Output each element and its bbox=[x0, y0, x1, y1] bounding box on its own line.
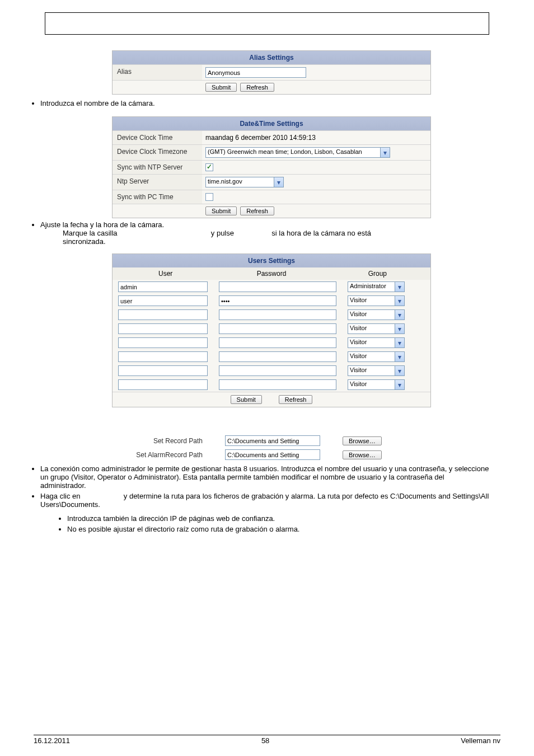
user-input[interactable] bbox=[118, 351, 208, 362]
user-input[interactable] bbox=[118, 281, 208, 292]
record-path-label: Set Record Path bbox=[96, 437, 203, 445]
user-row: Visitor▾ bbox=[113, 308, 430, 322]
datetime-settings-panel: Date&Time Settings Device Clock Time maa… bbox=[112, 116, 431, 218]
datetime-header: Date&Time Settings bbox=[113, 117, 430, 130]
chevron-down-icon: ▾ bbox=[395, 338, 404, 348]
group-select[interactable]: Visitor▾ bbox=[348, 351, 405, 362]
user-input[interactable] bbox=[118, 365, 208, 376]
footer-page: 58 bbox=[261, 736, 269, 745]
text-line: La conexión como administrador le permit… bbox=[40, 464, 489, 490]
user-input[interactable] bbox=[118, 379, 208, 390]
password-input[interactable] bbox=[219, 337, 336, 348]
timezone-label: Device Clock Timezone bbox=[113, 145, 202, 160]
group-select[interactable]: Visitor▾ bbox=[348, 379, 405, 390]
footer-company: Velleman nv bbox=[461, 736, 500, 745]
chevron-down-icon: ▾ bbox=[274, 177, 283, 187]
col-user: User bbox=[113, 267, 218, 280]
chevron-down-icon: ▾ bbox=[395, 352, 404, 361]
sync-ntp-label: Sync with NTP Server bbox=[113, 161, 202, 174]
chevron-down-icon: ▾ bbox=[395, 296, 404, 306]
group-select[interactable]: Visitor▾ bbox=[348, 365, 405, 376]
user-row: Visitor▾ bbox=[113, 350, 430, 364]
chevron-down-icon: ▾ bbox=[395, 366, 404, 375]
chevron-down-icon: ▾ bbox=[395, 310, 404, 320]
group-select[interactable]: Visitor▾ bbox=[348, 337, 405, 348]
password-input[interactable] bbox=[219, 379, 336, 390]
password-input[interactable] bbox=[219, 323, 336, 334]
user-input[interactable] bbox=[118, 295, 208, 306]
alarm-path-input[interactable] bbox=[225, 449, 320, 460]
ntp-server-select[interactable]: time.nist.gov ▾ bbox=[205, 177, 284, 187]
record-path-input[interactable] bbox=[225, 435, 320, 446]
sync-pc-checkbox[interactable] bbox=[205, 193, 213, 201]
password-input[interactable] bbox=[219, 295, 336, 306]
clock-time-value: maandag 6 december 2010 14:59:13 bbox=[205, 134, 316, 142]
page-footer: 16.12.2011 58 Velleman nv bbox=[34, 735, 500, 745]
alarm-path-browse-button[interactable]: Browse… bbox=[343, 450, 382, 459]
password-input[interactable] bbox=[219, 365, 336, 376]
text-line: No es posible ajustar el directorio raíz… bbox=[67, 525, 489, 533]
ntp-server-label: Ntp Server bbox=[113, 175, 202, 190]
chevron-down-icon: ▾ bbox=[395, 282, 404, 292]
users-refresh-button[interactable]: Refresh bbox=[279, 395, 313, 404]
record-path-browse-button[interactable]: Browse… bbox=[343, 436, 382, 445]
footer-date: 16.12.2011 bbox=[34, 736, 70, 745]
sync-ntp-checkbox[interactable] bbox=[205, 163, 213, 171]
alias-header: Alias Settings bbox=[113, 51, 430, 64]
text-line: Introduzca también la dirección IP de pá… bbox=[67, 514, 489, 523]
clock-time-label: Device Clock Time bbox=[113, 131, 202, 144]
paths-panel: Set Record Path Browse… Set AlarmRecord … bbox=[96, 435, 438, 460]
col-group: Group bbox=[325, 267, 430, 280]
user-input[interactable] bbox=[118, 323, 208, 334]
text-line: Ajuste la fecha y la hora de la cámara. … bbox=[40, 220, 489, 246]
user-row: Visitor▾ bbox=[113, 294, 430, 308]
col-pass: Password bbox=[218, 267, 324, 280]
chevron-down-icon: ▾ bbox=[395, 380, 404, 389]
group-select[interactable]: Visitor▾ bbox=[348, 309, 405, 320]
alias-settings-panel: Alias Settings Alias Submit Refresh bbox=[112, 50, 431, 95]
users-submit-button[interactable]: Submit bbox=[231, 395, 262, 404]
timezone-select[interactable]: (GMT) Greenwich mean time; London, Lisbo… bbox=[205, 147, 390, 158]
sync-pc-label: Sync with PC Time bbox=[113, 190, 202, 204]
user-row: Administrator▾ bbox=[113, 280, 430, 294]
text-line: Introduzca el nombre de la cámara. bbox=[40, 99, 489, 107]
datetime-submit-button[interactable]: Submit bbox=[205, 206, 237, 215]
group-select[interactable]: Visitor▾ bbox=[348, 295, 405, 306]
password-input[interactable] bbox=[219, 281, 336, 292]
user-row: Visitor▾ bbox=[113, 322, 430, 336]
chevron-down-icon: ▾ bbox=[380, 148, 390, 157]
group-select[interactable]: Visitor▾ bbox=[348, 323, 405, 334]
group-select[interactable]: Administrator▾ bbox=[348, 281, 405, 292]
text-line: Haga clic en y determine la ruta para lo… bbox=[40, 492, 489, 509]
alias-refresh-button[interactable]: Refresh bbox=[240, 83, 274, 92]
datetime-refresh-button[interactable]: Refresh bbox=[240, 206, 274, 215]
password-input[interactable] bbox=[219, 309, 336, 320]
alias-input[interactable] bbox=[205, 67, 306, 78]
alias-submit-button[interactable]: Submit bbox=[205, 83, 237, 92]
user-row: Visitor▾ bbox=[113, 378, 430, 392]
user-input[interactable] bbox=[118, 337, 208, 348]
user-row: Visitor▾ bbox=[113, 364, 430, 378]
users-header: Users Settings bbox=[113, 254, 430, 267]
user-row: Visitor▾ bbox=[113, 336, 430, 350]
alias-label: Alias bbox=[113, 65, 202, 80]
alarm-path-label: Set AlarmRecord Path bbox=[96, 451, 203, 459]
chevron-down-icon: ▾ bbox=[395, 324, 404, 334]
password-input[interactable] bbox=[219, 351, 336, 362]
user-input[interactable] bbox=[118, 309, 208, 320]
users-settings-panel: Users Settings User Password Group Admin… bbox=[112, 253, 431, 407]
